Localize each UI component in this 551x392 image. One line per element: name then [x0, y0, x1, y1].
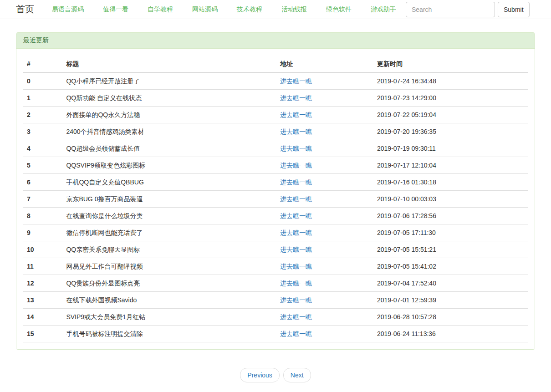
- row-time: 2019-07-01 12:59:39: [373, 292, 528, 309]
- panel-title: 最近更新: [16, 33, 535, 49]
- row-title: 在线下载外国视频Savido: [62, 292, 276, 309]
- table-row: 1QQ新功能 自定义在线状态进去瞧一瞧2019-07-23 14:29:00: [23, 90, 528, 107]
- nav-item: 易语言源码: [42, 5, 93, 14]
- search-form: Submit: [406, 2, 530, 17]
- table-row: 6手机QQ自定义充值QBBUG进去瞧一瞧2019-07-16 01:30:18: [23, 174, 528, 191]
- row-link[interactable]: 进去瞧一瞧: [280, 246, 312, 253]
- row-time: 2019-07-05 15:51:21: [373, 241, 528, 258]
- row-link-cell: 进去瞧一瞧: [276, 90, 373, 107]
- row-index: 14: [23, 309, 62, 326]
- table-row: 12QQ贵族身份外显图标点亮进去瞧一瞧2019-07-04 17:52:40: [23, 275, 528, 292]
- nav-item-link[interactable]: 值得一看: [93, 5, 138, 14]
- submit-button[interactable]: Submit: [498, 2, 530, 17]
- row-link-cell: 进去瞧一瞧: [276, 157, 373, 174]
- row-link[interactable]: 进去瞧一瞧: [280, 77, 312, 85]
- row-link-cell: 进去瞧一瞧: [276, 241, 373, 258]
- table-row: 2外面接单的QQ永久方法稳进去瞧一瞧2019-07-22 05:19:04: [23, 107, 528, 123]
- row-time: 2019-07-16 01:30:18: [373, 174, 528, 191]
- table-row: 8在线查询你是什么垃圾分类进去瞧一瞧2019-07-06 17:28:56: [23, 208, 528, 224]
- row-link-cell: 进去瞧一瞧: [276, 174, 373, 191]
- nav-brand-home[interactable]: 首页: [16, 3, 34, 15]
- row-title: 2400个抖音情感鸡汤类素材: [62, 123, 276, 140]
- row-time: 2019-07-19 09:30:11: [373, 140, 528, 157]
- nav-menu: 易语言源码值得一看自学教程网站源码技术教程活动线报绿色软件游戏助手: [42, 5, 406, 14]
- table-row: 4QQ超级会员领储蓄成长值进去瞧一瞧2019-07-19 09:30:11: [23, 140, 528, 157]
- row-link[interactable]: 进去瞧一瞧: [280, 229, 312, 236]
- next-button[interactable]: Next: [283, 368, 311, 382]
- row-link[interactable]: 进去瞧一瞧: [280, 162, 312, 169]
- row-index: 11: [23, 258, 62, 275]
- row-index: 5: [23, 157, 62, 174]
- row-link-cell: 进去瞧一瞧: [276, 309, 373, 326]
- table-row: 5QQSVIP9领取变色炫彩图标进去瞧一瞧2019-07-17 12:10:04: [23, 157, 528, 174]
- panel-body: #标题地址更新时间 0QQ小程序已经开放注册了进去瞧一瞧2019-07-24 1…: [16, 49, 535, 349]
- row-link[interactable]: 进去瞧一瞧: [280, 178, 312, 186]
- row-index: 8: [23, 208, 62, 224]
- row-title: QQ亲密关系免聊天显图标: [62, 241, 276, 258]
- search-input[interactable]: [406, 2, 495, 17]
- row-link[interactable]: 进去瞧一瞧: [280, 145, 312, 152]
- nav-item: 活动线报: [272, 5, 316, 14]
- row-title: 外面接单的QQ永久方法稳: [62, 107, 276, 123]
- row-title: QQ新功能 自定义在线状态: [62, 90, 276, 107]
- table-row: 0QQ小程序已经开放注册了进去瞧一瞧2019-07-24 16:34:48: [23, 72, 528, 90]
- row-link[interactable]: 进去瞧一瞧: [280, 330, 312, 337]
- nav-item: 自学教程: [138, 5, 183, 14]
- row-link-cell: 进去瞧一瞧: [276, 208, 373, 224]
- nav-item-link[interactable]: 游戏助手: [361, 5, 406, 14]
- nav-item: 绿色软件: [316, 5, 361, 14]
- row-time: 2019-07-05 15:41:02: [373, 258, 528, 275]
- row-title: 微信停机断网也能充话费了: [62, 224, 276, 241]
- pagination: Previous Next: [16, 368, 535, 382]
- previous-button[interactable]: Previous: [240, 368, 279, 382]
- nav-item-link[interactable]: 易语言源码: [42, 5, 93, 14]
- row-title: 手机号码被标注明提交清除: [62, 326, 276, 342]
- row-title: 网易见外工作台可翻译视频: [62, 258, 276, 275]
- table-row: 7京东BUG 0撸百万商品装逼进去瞧一瞧2019-07-10 00:03:03: [23, 191, 528, 208]
- row-link[interactable]: 进去瞧一瞧: [280, 128, 312, 135]
- column-header: 标题: [62, 56, 276, 72]
- row-index: 2: [23, 107, 62, 123]
- recent-updates-panel: 最近更新 #标题地址更新时间 0QQ小程序已经开放注册了进去瞧一瞧2019-07…: [16, 32, 535, 350]
- row-index: 1: [23, 90, 62, 107]
- row-index: 7: [23, 191, 62, 208]
- row-time: 2019-07-23 14:29:00: [373, 90, 528, 107]
- nav-item-link[interactable]: 技术教程: [227, 5, 272, 14]
- nav-item-link[interactable]: 活动线报: [272, 5, 316, 14]
- row-title: QQ小程序已经开放注册了: [62, 72, 276, 90]
- row-link[interactable]: 进去瞧一瞧: [280, 94, 312, 102]
- row-link-cell: 进去瞧一瞧: [276, 107, 373, 123]
- column-header: #: [23, 56, 62, 72]
- row-index: 15: [23, 326, 62, 342]
- table-row: 9微信停机断网也能充话费了进去瞧一瞧2019-07-05 17:11:30: [23, 224, 528, 241]
- row-time: 2019-07-10 00:03:03: [373, 191, 528, 208]
- row-title: SVIP9或大会员免费1月红钻: [62, 309, 276, 326]
- row-link[interactable]: 进去瞧一瞧: [280, 313, 312, 321]
- row-title: QQ超级会员领储蓄成长值: [62, 140, 276, 157]
- nav-item-link[interactable]: 绿色软件: [316, 5, 361, 14]
- row-link[interactable]: 进去瞧一瞧: [280, 296, 312, 304]
- row-time: 2019-06-24 11:13:36: [373, 326, 528, 342]
- row-title: 在线查询你是什么垃圾分类: [62, 208, 276, 224]
- row-time: 2019-07-24 16:34:48: [373, 72, 528, 90]
- updates-table: #标题地址更新时间 0QQ小程序已经开放注册了进去瞧一瞧2019-07-24 1…: [23, 56, 528, 342]
- nav-item-link[interactable]: 网站源码: [183, 5, 227, 14]
- row-link[interactable]: 进去瞧一瞧: [280, 263, 312, 270]
- row-title: QQ贵族身份外显图标点亮: [62, 275, 276, 292]
- table-row: 11网易见外工作台可翻译视频进去瞧一瞧2019-07-05 15:41:02: [23, 258, 528, 275]
- row-link[interactable]: 进去瞧一瞧: [280, 212, 312, 219]
- row-link-cell: 进去瞧一瞧: [276, 140, 373, 157]
- nav-item-link[interactable]: 自学教程: [138, 5, 183, 14]
- row-time: 2019-07-04 17:52:40: [373, 275, 528, 292]
- row-link[interactable]: 进去瞧一瞧: [280, 111, 312, 118]
- row-link-cell: 进去瞧一瞧: [276, 224, 373, 241]
- column-header: 地址: [276, 56, 373, 72]
- row-link-cell: 进去瞧一瞧: [276, 292, 373, 309]
- row-link[interactable]: 进去瞧一瞧: [280, 280, 312, 287]
- row-link-cell: 进去瞧一瞧: [276, 275, 373, 292]
- row-index: 0: [23, 72, 62, 90]
- row-time: 2019-07-05 17:11:30: [373, 224, 528, 241]
- row-link[interactable]: 进去瞧一瞧: [280, 195, 312, 203]
- nav-item: 游戏助手: [361, 5, 406, 14]
- row-index: 10: [23, 241, 62, 258]
